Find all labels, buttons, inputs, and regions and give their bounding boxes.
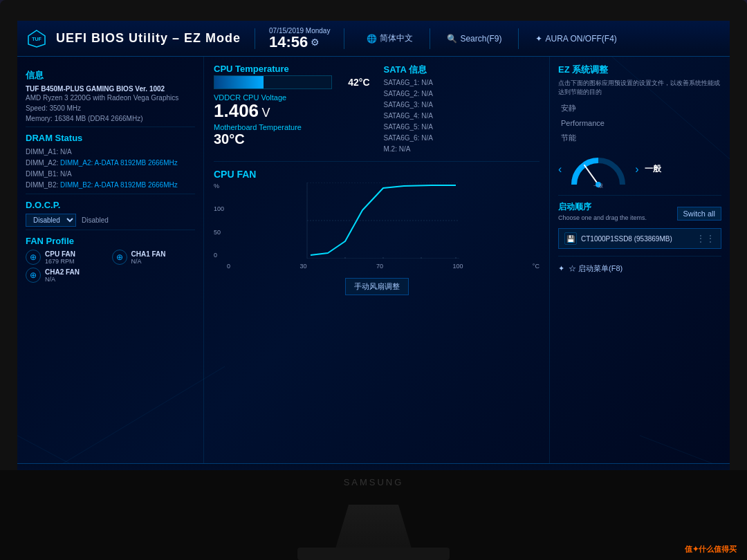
dimm-a2: DIMM_A2: DIMM_A2: A-DATA 8192MB 2666MHz — [26, 158, 195, 169]
temp-bar-container — [214, 75, 332, 89]
fan-cpu-info: CPU FAN 1679 RPM — [45, 250, 75, 265]
docp-select[interactable]: Disabled — [26, 214, 76, 227]
fan-list-left: ⊕ CPU FAN 1679 RPM ⊕ CHA2 FAN N/A — [26, 250, 109, 286]
vddcr-unit: V — [262, 106, 270, 120]
y-label-top: % — [214, 183, 224, 189]
aura-button[interactable]: ✦ AURA ON/OFF(F4) — [535, 34, 616, 44]
header-divider-4 — [518, 28, 519, 49]
fan-list-right: ⊕ CHA1 FAN N/A — [112, 250, 196, 286]
mb-temp-value: 30°C — [214, 131, 370, 147]
sata-list: SATA6G_1: N/A SATA6G_2: N/A SATA6G_3: N/… — [384, 77, 540, 154]
asus-tuf-icon: TUF — [26, 29, 48, 48]
ez-title: EZ 系统调整 — [558, 64, 721, 76]
vddcr-value: 1.406 — [214, 100, 259, 121]
boot-device-name: CT1000P1SSD8 (953869MB) — [581, 235, 672, 243]
boot-device-item[interactable]: 💾 CT1000P1SSD8 (953869MB) ⋮⋮ — [558, 228, 721, 249]
cpu-fan-title: CPU FAN — [214, 169, 540, 180]
cpu-temp-voltage-block: CPU Temperature 42°C VDDCR CPU Voltage 1… — [214, 64, 370, 154]
temp-bar-fill — [214, 76, 264, 88]
x-label-30: 30 — [299, 263, 306, 270]
monitor-outer: TUF UEFI BIOS Utility – EZ Mode 07/15/20… — [0, 0, 747, 560]
settings-icon[interactable]: ⚙ — [311, 37, 320, 48]
header-navigation: 🌐 简体中文 🔍 Search(F9) ✦ AURA ON/OFF(F4) — [367, 28, 616, 49]
fan-adjust-button[interactable]: 手动风扇调整 — [345, 278, 409, 295]
divider-3 — [26, 230, 195, 230]
dram-title: DRAM Status — [26, 133, 195, 143]
fan-item-cpu: ⊕ CPU FAN 1679 RPM — [26, 250, 109, 265]
cpu-fan-section: CPU FAN % 100 50 0 — [214, 169, 540, 456]
language-selector[interactable]: 🌐 简体中文 — [367, 32, 413, 44]
y-label-50: 50 — [214, 229, 224, 236]
speedo-right-arrow[interactable]: › — [635, 163, 638, 176]
middle-panel: CPU Temperature 42°C VDDCR CPU Voltage 1… — [204, 57, 550, 463]
dimm-a2-value: DIMM_A2: A-DATA 8192MB 2666MHz — [60, 159, 178, 167]
cpu-speed: Speed: 3500 MHz — [26, 103, 195, 113]
board-info: TUF B450M-PLUS GAMING BIOS Ver. 1002 — [26, 85, 195, 93]
profile-performance[interactable]: Performance — [558, 118, 721, 129]
docp-title: D.O.C.P. — [26, 200, 195, 210]
globe-icon: 🌐 — [367, 34, 377, 44]
fan-cha1-info: CHA1 FAN N/A — [131, 250, 166, 265]
right-divider-2 — [558, 256, 721, 256]
info-section-title: 信息 — [26, 69, 195, 82]
y-axis: % 100 50 0 — [214, 183, 224, 259]
fan-cha1-icon: ⊕ — [112, 250, 127, 265]
vddcr-display: 1.406 V — [214, 102, 370, 120]
y-label-0: 0 — [214, 252, 224, 259]
boot-order-title: 启动顺序 — [558, 201, 647, 213]
speedometer-section: ‹ 一般 › 一般 — [558, 150, 721, 188]
header-datetime: 07/15/2019 Monday 14:56 ⚙ — [269, 27, 330, 50]
x-label-70: 70 — [376, 263, 383, 270]
fan-profile-title: FAN Profile — [26, 236, 195, 246]
divider-2 — [26, 194, 195, 194]
ez-desc: 点击下面的图标应用预设置的设置文件，以改善系统性能或达到节能的目的 — [558, 79, 721, 96]
profile-saving[interactable]: 节能 — [558, 131, 721, 144]
boot-order-header: 启动顺序 Choose one and drag the items. Swit… — [558, 201, 721, 225]
x-label-unit: °C — [533, 263, 540, 270]
monitor-base — [297, 548, 450, 560]
svg-text:一般: 一般 — [593, 183, 603, 188]
language-label: 简体中文 — [380, 32, 413, 44]
aura-label: AURA ON/OFF(F4) — [545, 34, 616, 44]
boot-order-info: 启动顺序 Choose one and drag the items. — [558, 201, 647, 225]
search-button[interactable]: 🔍 Search(F9) — [447, 34, 501, 44]
fast-boot-icon: ✦ — [558, 264, 564, 273]
x-axis-labels: 0 30 70 100 °C — [227, 263, 540, 270]
sata-item-6: SATA6G_6: N/A — [384, 133, 540, 143]
fan-cpu-name: CPU FAN — [45, 250, 75, 258]
fan-cha2-icon: ⊕ — [26, 268, 41, 283]
header-divider-3 — [430, 28, 430, 49]
asus-logo: TUF — [26, 29, 48, 48]
speedo-label: 一般 — [645, 163, 661, 175]
y-label-100: 100 — [214, 205, 224, 212]
fan-chart-svg — [227, 183, 540, 259]
bios-title: UEFI BIOS Utility – EZ Mode — [56, 31, 241, 46]
search-icon: 🔍 — [447, 34, 457, 44]
fan-chart-wrapper: % 100 50 0 — [214, 183, 540, 270]
right-divider — [558, 195, 721, 196]
bios-screen: TUF UEFI BIOS Utility – EZ Mode 07/15/20… — [17, 21, 730, 491]
header-divider-2 — [344, 28, 344, 49]
dimm-b2: DIMM_B2: DIMM_B2: A-DATA 8192MB 2666MHz — [26, 180, 195, 191]
fan-cpu-icon: ⊕ — [26, 250, 41, 265]
profile-buttons: 安静 Performance 节能 — [558, 102, 721, 144]
aura-icon: ✦ — [535, 34, 542, 44]
fan-grid: ⊕ CPU FAN 1679 RPM ⊕ CHA2 FAN N/A — [26, 250, 195, 286]
fast-boot-button[interactable]: ✦ ☆ 启动菜单(F8) — [558, 263, 721, 274]
speedo-left-arrow[interactable]: ‹ — [558, 163, 562, 176]
dimm-a1: DIMM_A1: N/A — [26, 147, 195, 158]
sata-title: SATA 信息 — [384, 64, 540, 76]
mb-temp-label: Motherboard Temperature — [214, 123, 370, 131]
sata-item-5: SATA6G_5: N/A — [384, 122, 540, 132]
sata-block: SATA 信息 SATA6G_1: N/A SATA6G_2: N/A SATA… — [384, 64, 540, 154]
fan-cha2-name: CHA2 FAN — [45, 268, 80, 276]
sata-item-3: SATA6G_3: N/A — [384, 100, 540, 110]
fan-cha2-info: CHA2 FAN N/A — [45, 268, 80, 283]
profile-quiet[interactable]: 安静 — [558, 102, 721, 115]
boot-device-icon: 💾 — [564, 232, 577, 245]
svg-line-14 — [584, 165, 598, 185]
switch-all-button[interactable]: Switch all — [677, 207, 721, 221]
watermark: 值✦什么值得买 — [685, 544, 737, 554]
svg-text:TUF: TUF — [32, 37, 42, 41]
cpu-temp-header: CPU Temperature — [214, 64, 370, 74]
